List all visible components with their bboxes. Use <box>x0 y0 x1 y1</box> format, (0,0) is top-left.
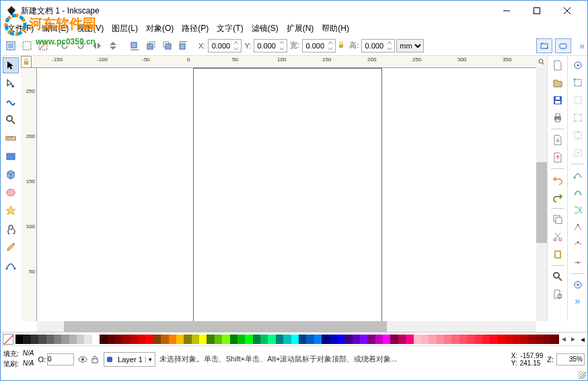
raise-top-button[interactable] <box>127 38 142 53</box>
snap-path-icon[interactable] <box>571 186 585 199</box>
color-swatch[interactable] <box>169 335 176 344</box>
bezier-tool[interactable] <box>3 257 19 273</box>
color-swatch[interactable] <box>138 335 145 344</box>
color-swatch[interactable] <box>283 335 291 344</box>
zoom-input[interactable] <box>556 353 585 366</box>
color-swatch[interactable] <box>115 335 122 344</box>
snap-midpoint-icon[interactable] <box>571 256 585 269</box>
menu-path[interactable]: 路径(P) <box>178 22 213 36</box>
color-swatch[interactable] <box>383 335 390 344</box>
menu-edit[interactable]: 编辑(E) <box>38 22 73 36</box>
color-swatch[interactable] <box>367 335 375 344</box>
lower-button[interactable] <box>159 38 174 53</box>
w-input[interactable] <box>302 39 336 53</box>
canvas[interactable] <box>37 68 536 321</box>
color-swatch[interactable] <box>353 335 360 344</box>
color-swatch[interactable] <box>528 335 536 344</box>
color-swatch[interactable] <box>122 335 130 344</box>
color-swatch[interactable] <box>344 335 352 344</box>
y-input[interactable] <box>254 39 287 53</box>
layer-selector[interactable]: Layer 1 ▾ <box>104 352 155 367</box>
selector-tool[interactable] <box>3 57 19 73</box>
color-swatch[interactable] <box>69 335 77 344</box>
color-swatch[interactable] <box>245 335 252 344</box>
color-swatch[interactable] <box>230 335 237 344</box>
color-swatch[interactable] <box>61 335 69 344</box>
color-swatch[interactable] <box>544 335 551 344</box>
color-swatch[interactable] <box>92 335 100 344</box>
color-swatch[interactable] <box>276 335 283 344</box>
snap-bbox-center-icon[interactable] <box>571 146 585 160</box>
color-swatch[interactable] <box>306 335 314 344</box>
snap-bbox-edge-icon[interactable] <box>571 94 585 107</box>
snap-smooth-icon[interactable] <box>571 238 585 252</box>
layer-visible-icon[interactable] <box>78 355 87 364</box>
color-swatch[interactable] <box>414 335 421 344</box>
measure-tool[interactable] <box>3 130 19 146</box>
color-swatch[interactable] <box>184 335 191 344</box>
redo-icon[interactable] <box>551 190 564 204</box>
snap-bbox-mid-icon[interactable] <box>571 129 585 142</box>
color-swatch[interactable] <box>551 335 558 344</box>
open-icon[interactable] <box>551 76 564 90</box>
zoom-corner-icon[interactable] <box>536 56 547 68</box>
color-swatch[interactable] <box>475 335 482 344</box>
color-swatch[interactable] <box>268 335 275 344</box>
snap-other-icon[interactable] <box>571 278 585 291</box>
color-swatch[interactable] <box>192 335 199 344</box>
pencil-tool[interactable] <box>3 239 19 255</box>
color-swatch[interactable] <box>161 335 168 344</box>
color-swatch[interactable] <box>467 335 474 344</box>
save-icon[interactable] <box>551 94 564 107</box>
opacity-input[interactable] <box>47 353 74 366</box>
no-fill-swatch[interactable] <box>3 334 13 345</box>
toolbar-overflow-icon[interactable]: » <box>579 40 585 51</box>
color-swatch[interactable] <box>153 335 161 344</box>
close-button[interactable] <box>552 1 582 21</box>
lock-aspect-icon[interactable] <box>337 41 346 50</box>
ruler-lock-icon[interactable] <box>21 56 32 68</box>
snap-intersect-icon[interactable] <box>571 203 585 217</box>
export-icon[interactable] <box>551 151 564 164</box>
snap-bbox-icon[interactable] <box>571 76 585 90</box>
color-swatch[interactable] <box>15 335 23 344</box>
color-swatch[interactable] <box>77 335 84 344</box>
palette-scroll-right[interactable]: ► <box>568 335 578 343</box>
color-swatch[interactable] <box>291 335 299 344</box>
color-swatch[interactable] <box>398 335 406 344</box>
menu-file[interactable]: 文件(F) <box>3 22 38 36</box>
zoom-tool[interactable] <box>3 112 19 128</box>
color-swatch[interactable] <box>237 335 245 344</box>
color-swatch[interactable] <box>490 335 497 344</box>
color-swatch[interactable] <box>505 335 513 344</box>
x-input[interactable] <box>208 39 242 53</box>
menu-help[interactable]: 帮助(H) <box>318 22 353 36</box>
raise-button[interactable] <box>143 38 158 53</box>
color-swatch[interactable] <box>460 335 467 344</box>
new-doc-icon[interactable] <box>551 59 564 72</box>
color-swatch[interactable] <box>513 335 520 344</box>
color-swatch[interactable] <box>429 335 436 344</box>
color-swatch[interactable] <box>314 335 322 344</box>
menu-view[interactable]: 视图(V) <box>73 22 108 36</box>
color-swatch[interactable] <box>360 335 367 344</box>
color-swatch[interactable] <box>222 335 229 344</box>
lower-bottom-button[interactable] <box>176 38 190 53</box>
color-swatch[interactable] <box>322 335 329 344</box>
rotate-cw-button[interactable] <box>73 38 88 53</box>
snap-cusp-icon[interactable] <box>571 221 585 234</box>
color-swatch[interactable] <box>329 335 336 344</box>
undo-icon[interactable] <box>551 173 564 186</box>
menu-object[interactable]: 对象(O) <box>142 22 178 36</box>
h-input[interactable] <box>361 39 395 53</box>
zoom-page-icon[interactable] <box>551 287 564 301</box>
palette-menu-icon[interactable]: ◂ <box>578 335 587 344</box>
snap-overflow-icon[interactable]: » <box>575 296 581 306</box>
color-swatch[interactable] <box>215 335 222 344</box>
print-icon[interactable] <box>551 111 564 125</box>
node-tool[interactable] <box>3 75 19 92</box>
rect-tool[interactable] <box>3 148 19 164</box>
horizontal-scrollbar[interactable] <box>37 321 536 332</box>
color-swatch[interactable] <box>38 335 46 344</box>
color-swatch[interactable] <box>54 335 61 344</box>
